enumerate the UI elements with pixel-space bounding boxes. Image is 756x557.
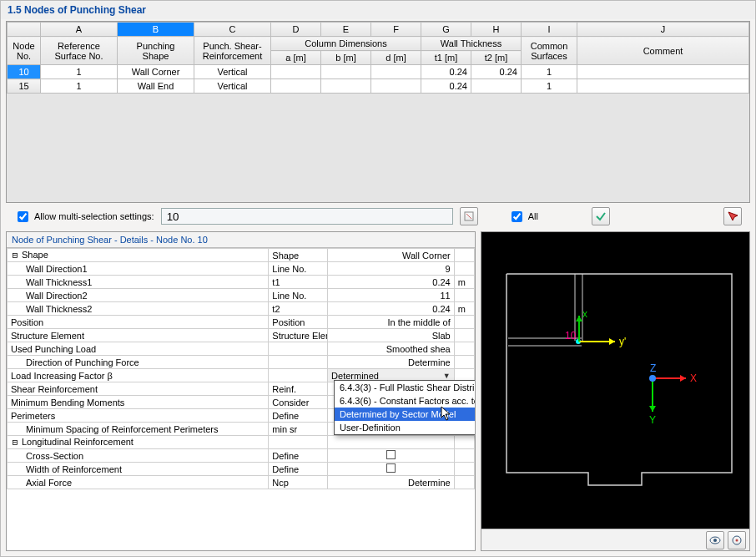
property-row[interactable]: ⊟ShapeShapeWall Corner xyxy=(8,249,475,262)
property-row[interactable]: Cross-SectionDefine xyxy=(8,449,475,463)
dropdown-option[interactable]: 6.4.3(3) - Full Plastic Shear Distributi… xyxy=(335,381,475,394)
col-H[interactable]: H xyxy=(471,23,522,37)
svg-point-23 xyxy=(736,539,738,541)
col-J[interactable]: J xyxy=(577,23,749,37)
svg-marker-13 xyxy=(680,375,686,382)
property-row[interactable]: Width of ReinforcementDefine xyxy=(8,463,475,476)
chevron-down-icon[interactable]: ▼ xyxy=(441,372,451,380)
details-title: Node of Punching Shear - Details - Node … xyxy=(7,232,475,248)
dropdown-option[interactable]: 6.4.3(6) - Constant Factors acc. to Fig.… xyxy=(335,394,475,408)
col-A[interactable]: A xyxy=(41,23,118,37)
col-C[interactable]: C xyxy=(194,23,271,37)
col-I[interactable]: I xyxy=(522,23,577,37)
table-row[interactable]: 101Wall CornerVertical0.240.241 xyxy=(8,65,749,79)
table-row[interactable]: 151Wall EndVertical0.241 xyxy=(8,79,749,94)
col-G[interactable]: G xyxy=(421,23,471,37)
property-row[interactable]: Direction of Punching ForceDetermine xyxy=(8,356,475,369)
dropdown-option[interactable]: User-Definition xyxy=(335,421,475,434)
property-row[interactable]: Wall Thickness1t10.24m xyxy=(8,276,475,289)
pick-in-view-button[interactable] xyxy=(723,207,742,225)
hdr-punch-shear-reinf[interactable]: Punch. Shear-Reinforcement xyxy=(194,37,271,65)
property-row[interactable]: Structure ElementStructure ElemeSlab xyxy=(8,329,475,342)
checkbox[interactable] xyxy=(386,450,396,459)
details-panel: Node of Punching Shear - Details - Node … xyxy=(6,231,476,551)
hdr-punching-shape[interactable]: PunchingShape xyxy=(118,37,194,65)
hdr-d[interactable]: d [m] xyxy=(371,51,421,65)
property-row[interactable]: Used Punching LoadSmoothed shea xyxy=(8,342,475,356)
svg-text:Y: Y xyxy=(649,414,656,426)
multi-selection-input[interactable] xyxy=(161,208,453,225)
hdr-t1[interactable]: t1 [m] xyxy=(421,51,471,65)
allow-multi-label: Allow multi-selection settings: xyxy=(34,211,154,221)
svg-marker-7 xyxy=(609,338,615,345)
property-row[interactable]: PositionPositionIn the middle of xyxy=(8,316,475,329)
svg-marker-16 xyxy=(649,406,656,412)
multi-selection-toolbar: Allow multi-selection settings: All xyxy=(6,205,750,228)
svg-marker-10 xyxy=(576,316,582,322)
hdr-wall-thickness[interactable]: Wall Thickness xyxy=(421,37,522,51)
svg-text:y': y' xyxy=(619,336,626,347)
allow-multi-check-input[interactable] xyxy=(18,211,28,222)
hdr-ref-surface[interactable]: ReferenceSurface No. xyxy=(41,37,118,65)
hdr-node-no[interactable]: NodeNo. xyxy=(8,37,41,65)
property-row[interactable]: Wall Direction2Line No.11 xyxy=(8,289,475,302)
hdr-comment[interactable]: Comment xyxy=(577,37,749,65)
apply-button[interactable] xyxy=(592,207,610,225)
tree-toggle-icon[interactable]: ⊟ xyxy=(11,250,19,261)
col-D[interactable]: D xyxy=(271,23,321,37)
checkbox[interactable] xyxy=(386,463,396,473)
dropdown-option[interactable]: Determined by Sector Model xyxy=(335,408,475,421)
node-label: 10 xyxy=(565,330,577,342)
hdr-t2[interactable]: t2 [m] xyxy=(471,51,522,65)
svg-point-18 xyxy=(649,375,656,382)
viewport-panel: 10 y' x X xyxy=(481,231,750,551)
tree-toggle-icon[interactable]: ⊟ xyxy=(11,437,19,448)
all-checkbox[interactable]: All xyxy=(508,209,538,225)
all-check-input[interactable] xyxy=(512,211,522,222)
beta-factor-combo[interactable]: Determined▼ xyxy=(331,371,451,381)
app-frame: 1.5 Nodes of Punching Shear A xyxy=(0,0,756,557)
svg-text:x: x xyxy=(582,308,587,320)
col-F[interactable]: F xyxy=(371,23,421,37)
allow-multi-checkbox[interactable]: Allow multi-selection settings: xyxy=(14,209,154,225)
property-row[interactable]: Axial ForceNcpDetermine xyxy=(8,476,475,489)
property-row[interactable]: ⊟Longitudinal Reinforcement xyxy=(8,436,475,449)
property-row[interactable]: Wall Thickness2t20.24m xyxy=(8,302,475,316)
view-toggle-button[interactable] xyxy=(706,531,724,549)
svg-text:Z: Z xyxy=(650,362,656,374)
hdr-column-dimensions[interactable]: Column Dimensions xyxy=(271,37,421,51)
all-label: All xyxy=(528,211,538,221)
svg-point-21 xyxy=(713,539,717,542)
hdr-b[interactable]: b [m] xyxy=(321,51,371,65)
page-title: 1.5 Nodes of Punching Shear xyxy=(1,1,755,19)
hdr-common-surfaces[interactable]: CommonSurfaces xyxy=(522,37,577,65)
col-E[interactable]: E xyxy=(321,23,371,37)
pick-nodes-button[interactable] xyxy=(460,207,478,225)
viewport-3d[interactable]: 10 y' x X xyxy=(481,232,749,529)
beta-factor-dropdown[interactable]: 6.4.3(3) - Full Plastic Shear Distributi… xyxy=(334,380,475,435)
col-B[interactable]: B xyxy=(118,23,194,37)
hdr-a[interactable]: a [m] xyxy=(271,51,321,65)
property-row[interactable]: Wall Direction1Line No.9 xyxy=(8,262,475,276)
nodes-grid[interactable]: A B C D E F G H I J NodeNo. ReferenceSur… xyxy=(6,21,750,203)
svg-text:X: X xyxy=(690,372,697,384)
view-settings-button[interactable] xyxy=(728,531,746,549)
